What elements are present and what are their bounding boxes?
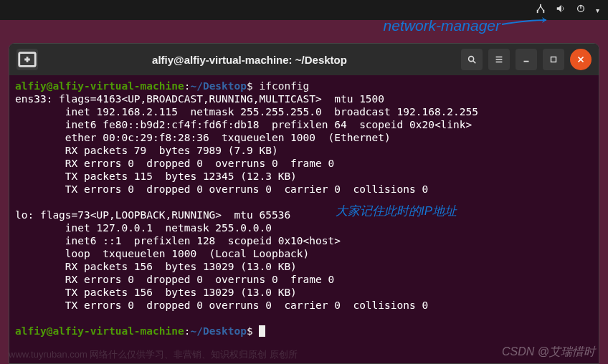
output-line: RX packets 156 bytes 13029 (13.0 KB) [15,261,297,272]
output-line: RX errors 0 dropped 0 overruns 0 frame 0 [15,158,334,169]
sound-icon[interactable] [556,4,566,16]
prompt-userhost: alfiy@alfiy-virtual-machine [15,325,184,337]
prompt-userhost: alfiy@alfiy-virtual-machine [15,80,184,92]
output-line: inet6 fe80::b9d2:cf4f:fd6f:db18 prefixle… [15,119,472,130]
svg-line-9 [473,61,476,64]
output-line: TX errors 0 dropped 0 overruns 0 carrier… [15,300,428,311]
output-line: TX packets 115 bytes 12345 (12.3 KB) [15,171,297,182]
svg-rect-14 [551,57,556,62]
output-line: lo: flags=73<UP,LOOPBACK,RUNNING> mtu 65… [15,209,290,221]
output-line: ether 00:0c:29:f8:28:36 txqueuelen 1000 … [15,132,391,143]
faded-footer-text: www.tuyruban.com 网络什么仅供学习、非营销、知识权归原创 原创所 [9,348,298,361]
terminal-body[interactable]: alfiy@alfiy-virtual-machine:~/Desktop$ i… [9,75,599,364]
power-icon[interactable] [576,4,586,16]
annotation-ip-note: 大家记住此时的IP地址 [336,205,457,218]
output-line: TX errors 0 dropped 0 overruns 0 carrier… [15,183,428,195]
network-manager-icon[interactable] [536,4,546,16]
window-titlebar: alfiy@alfiy-virtual-machine: ~/Desktop [9,44,599,75]
maximize-button[interactable] [543,49,564,70]
close-button[interactable] [570,49,592,70]
terminal-window: alfiy@alfiy-virtual-machine: ~/Desktop a… [9,43,599,364]
output-line: RX errors 0 dropped 0 overruns 0 frame 0 [15,274,334,285]
command-ifconfig: ifconfig [259,80,309,92]
prompt-path: ~/Desktop [190,325,247,337]
window-title: alfiy@alfiy-virtual-machine: ~/Desktop [44,54,455,66]
output-line: ens33: flags=4163<UP,BROADCAST,RUNNING,M… [15,93,384,105]
new-tab-button[interactable] [16,49,38,70]
output-line: TX packets 156 bytes 13029 (13.0 KB) [15,287,297,298]
annotation-network-manager: network-manager [384,17,500,34]
output-line: loop txqueuelen 1000 (Local Loopback) [15,248,309,259]
watermark: CSDN @艾瑞惜时 [502,345,595,360]
arrow-network-manager [500,17,551,26]
cursor [259,325,265,337]
prompt-path: ~/Desktop [190,80,247,92]
output-line: inet 127.0.0.1 netmask 255.0.0.0 [15,222,272,234]
output-line: RX packets 79 bytes 7989 (7.9 KB) [15,145,278,156]
dropdown-caret-icon[interactable]: ▾ [596,6,599,14]
minimize-button[interactable] [516,49,537,70]
output-line: inet6 ::1 prefixlen 128 scopeid 0x10<hos… [15,235,341,246]
svg-point-8 [469,57,474,62]
output-line: inet 192.168.2.115 netmask 255.255.255.0… [15,106,478,118]
hamburger-menu-button[interactable] [488,49,510,70]
search-button[interactable] [461,49,483,70]
